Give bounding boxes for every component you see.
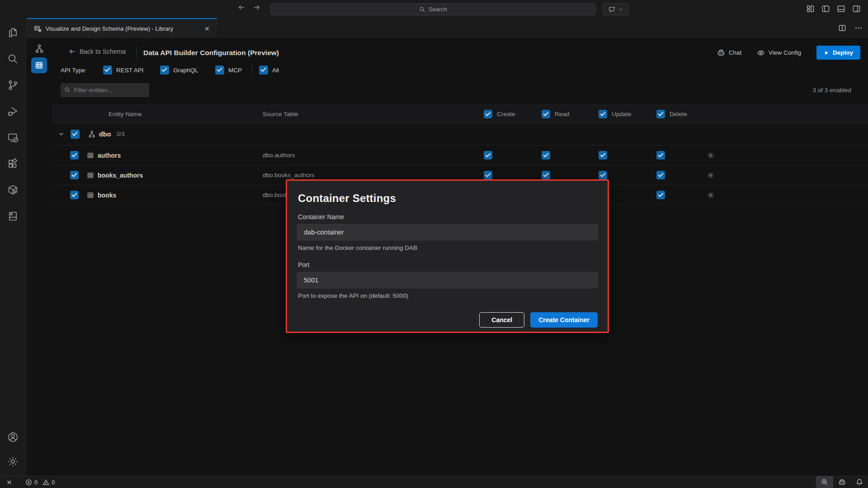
cancel-button[interactable]: Cancel	[479, 312, 524, 328]
checkbox-books-delete[interactable]	[656, 191, 665, 199]
chevron-down-icon	[618, 7, 623, 12]
checkbox-rest-api[interactable]	[103, 63, 112, 77]
back-label: Back to Schema	[80, 48, 126, 55]
back-to-schema-link[interactable]: Back to Schema	[69, 48, 126, 55]
dialog-title: Container Settings	[298, 192, 598, 205]
checkbox-authors-delete[interactable]	[656, 151, 665, 160]
table-grid-icon	[87, 165, 94, 185]
port-field[interactable]	[297, 272, 598, 288]
schema-icon	[88, 123, 96, 145]
chat-button[interactable]: Chat	[717, 49, 742, 57]
col-read: Read	[555, 111, 569, 117]
database-icon[interactable]	[6, 209, 20, 223]
filter-entities-input[interactable]	[61, 83, 149, 97]
customize-layout-icon[interactable]	[806, 5, 815, 13]
copilot-icon	[717, 49, 725, 57]
title-bar: Search	[0, 0, 868, 18]
checkbox-col-delete[interactable]	[656, 110, 665, 118]
error-icon	[25, 479, 32, 486]
more-actions-icon[interactable]	[854, 24, 863, 32]
table-grid-icon	[87, 145, 94, 165]
copilot-chat-button[interactable]	[603, 3, 629, 15]
command-center-search[interactable]: Search	[270, 3, 596, 15]
notifications-bell-icon[interactable]	[851, 476, 868, 488]
checkbox-entity-books-authors[interactable]	[70, 171, 79, 179]
play-icon	[824, 50, 829, 56]
explorer-icon[interactable]	[6, 25, 20, 40]
deploy-button[interactable]: Deploy	[816, 46, 860, 60]
checkbox-books-authors-update[interactable]	[599, 171, 607, 179]
filter-separator	[252, 65, 252, 75]
account-icon[interactable]	[6, 430, 20, 444]
group-name: dbo	[99, 123, 111, 145]
col-update: Update	[612, 111, 632, 117]
page-title: Data API Builder Configuration (Preview)	[143, 49, 279, 57]
row-settings-gear-icon[interactable]	[707, 185, 714, 205]
entity-source: dbo.authors	[263, 145, 295, 165]
back-arrow-icon	[69, 48, 76, 55]
remote-indicator-icon[interactable]	[6, 479, 13, 486]
container-settings-dialog: Container Settings Container Name Name f…	[286, 179, 609, 333]
col-delete: Delete	[670, 111, 687, 117]
dab-config-rail-icon-active[interactable]	[31, 57, 47, 73]
toggle-panel-icon[interactable]	[837, 5, 845, 13]
nav-back-icon[interactable]	[238, 4, 245, 11]
checkbox-col-create[interactable]	[484, 110, 492, 118]
checkbox-graphql[interactable]	[160, 63, 169, 77]
schema-group-row-dbo[interactable]: dbo 3/3	[52, 123, 868, 145]
editor-tab-bar: Visualize and Design Schema (Preview) - …	[26, 18, 868, 38]
create-container-button[interactable]: Create Container	[530, 312, 598, 328]
container-name-label: Container Name	[298, 213, 598, 221]
checkbox-entity-books[interactable]	[70, 191, 79, 199]
checkbox-authors-create[interactable]	[484, 151, 492, 160]
problems-indicator[interactable]: 0 0	[25, 479, 55, 486]
port-help: Port to expose the API on (default: 5000…	[298, 292, 598, 299]
enabled-summary: 3 of 3 enabled	[812, 87, 851, 94]
entity-row-authors[interactable]: authors dbo.authors	[52, 145, 868, 165]
api-type-label: API Type	[61, 63, 85, 77]
checkbox-entity-authors[interactable]	[70, 151, 79, 160]
col-source-table: Source Table	[263, 105, 298, 122]
containers-icon[interactable]	[6, 183, 20, 197]
checkbox-books-authors-create[interactable]	[484, 171, 492, 179]
table-grid-icon	[87, 185, 94, 205]
run-debug-icon[interactable]	[6, 104, 20, 118]
copilot-status-icon[interactable]	[833, 476, 851, 488]
header-divider	[137, 46, 137, 59]
chat-label: Chat	[729, 49, 742, 56]
checkbox-books-authors-delete[interactable]	[656, 171, 665, 179]
toggle-primary-sidebar-icon[interactable]	[821, 5, 830, 13]
checkbox-col-read[interactable]	[542, 110, 550, 118]
search-view-icon[interactable]	[6, 52, 20, 66]
toggle-secondary-sidebar-icon[interactable]	[852, 5, 861, 13]
checkbox-mcp[interactable]	[215, 63, 224, 77]
remote-explorer-icon[interactable]	[6, 130, 20, 145]
container-name-field[interactable]	[297, 224, 598, 240]
chevron-down-icon[interactable]	[58, 123, 65, 145]
source-control-icon[interactable]	[6, 78, 20, 92]
extensions-icon[interactable]	[6, 156, 20, 171]
entity-name: authors	[98, 145, 121, 165]
checkbox-col-update[interactable]	[599, 110, 607, 118]
mcp-label: MCP	[228, 63, 242, 77]
schema-diagram-icon[interactable]	[34, 44, 44, 54]
vscode-window: Search	[0, 0, 868, 488]
nav-forward-icon[interactable]	[253, 4, 260, 11]
checkbox-group-dbo[interactable]	[71, 130, 80, 139]
search-icon	[419, 6, 425, 13]
copilot-chat-icon	[609, 6, 616, 13]
checkbox-authors-update[interactable]	[599, 151, 607, 160]
designer-mini-rail	[26, 38, 52, 476]
checkbox-books-authors-read[interactable]	[542, 171, 550, 179]
row-settings-gear-icon[interactable]	[707, 165, 714, 185]
tab-visualize-design-schema[interactable]: Visualize and Design Schema (Preview) - …	[27, 18, 217, 38]
view-config-button[interactable]: View Config	[757, 49, 801, 57]
split-editor-icon[interactable]	[838, 24, 846, 32]
checkbox-authors-read[interactable]	[542, 151, 550, 160]
tab-close-icon[interactable]: ×	[203, 24, 212, 33]
col-entity-name: Entity Name	[108, 105, 142, 122]
row-settings-gear-icon[interactable]	[707, 145, 714, 165]
settings-gear-icon[interactable]	[6, 454, 20, 469]
checkbox-all[interactable]	[259, 63, 268, 77]
zoom-indicator-icon[interactable]	[816, 476, 833, 488]
